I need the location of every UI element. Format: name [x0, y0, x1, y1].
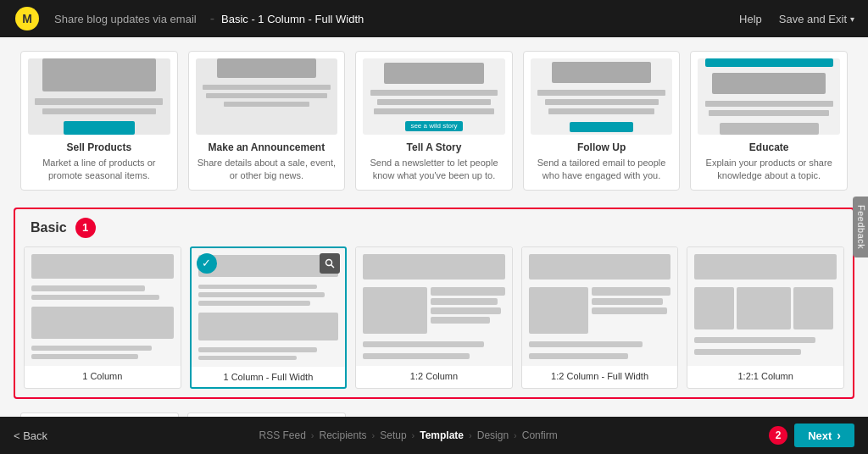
chevron-down-icon: ▾	[850, 14, 854, 24]
educate-title: Educate	[698, 141, 840, 153]
template-1-2-1column[interactable]: 1:2:1 Column	[687, 246, 844, 389]
breadcrumb-confirm[interactable]: Confirm	[522, 429, 558, 441]
educate-desc: Explain your products or share knowledge…	[698, 157, 840, 183]
template-category-educate[interactable]: Educate Explain your products or share k…	[690, 51, 848, 191]
template-1column[interactable]: 1 Column	[24, 246, 181, 389]
next-arrow-icon: ›	[837, 429, 841, 442]
basic-section-label: Basic 1	[24, 218, 844, 238]
navbar-actions: Help Save and Exit ▾	[739, 13, 854, 25]
educate-preview	[698, 58, 840, 135]
1-2column-fullwidth-preview	[522, 247, 678, 366]
template-category-announce[interactable]: Make an Announcement Share details about…	[188, 51, 346, 191]
followup-preview	[531, 58, 673, 135]
svg-text:M: M	[22, 12, 32, 25]
selected-checkmark-icon: ✓	[197, 253, 217, 274]
1column-fullwidth-name: 1 Column - Full Width	[192, 367, 346, 387]
preview-search-icon[interactable]	[320, 253, 340, 274]
template-1-2column-fullwidth[interactable]: 1:2 Column - Full Width	[521, 246, 679, 389]
template-name: Basic - 1 Column - Full Width	[221, 13, 364, 25]
next-btn-wrap: 2 Next ›	[769, 424, 854, 447]
breadcrumb-template[interactable]: Template	[420, 429, 464, 441]
sell-preview	[28, 58, 170, 135]
announce-title: Make an Announcement	[196, 141, 338, 153]
next-button[interactable]: Next ›	[794, 424, 854, 447]
story-title: Tell A Story	[363, 141, 505, 153]
template-category-story[interactable]: see a wild story Tell A Story Send a new…	[355, 51, 513, 191]
breadcrumb-arrow-4: ›	[469, 430, 472, 440]
breadcrumb-arrow-5: ›	[514, 430, 517, 440]
basic-section: Basic 1 1 Column	[14, 208, 854, 399]
campaign-title: Share blog updates via email	[54, 13, 197, 25]
basic-template-grid: 1 Column ✓	[24, 246, 844, 389]
breadcrumb-arrow-3: ›	[412, 430, 415, 440]
story-preview: see a wild story	[363, 58, 505, 135]
1-2column-preview	[356, 247, 512, 366]
breadcrumb-recipients[interactable]: Recipients	[320, 429, 367, 441]
breadcrumb-arrow-1: ›	[311, 430, 314, 440]
breadcrumb-rss[interactable]: RSS Feed	[259, 429, 305, 441]
breadcrumb-setup[interactable]: Setup	[380, 429, 406, 441]
story-desc: Send a newsletter to let people know wha…	[363, 157, 505, 183]
1column-name: 1 Column	[25, 366, 181, 386]
1-2column-name: 1:2 Column	[356, 366, 512, 386]
mailchimp-logo: M	[14, 5, 41, 32]
1column-preview	[25, 247, 181, 366]
svg-line-3	[331, 264, 335, 268]
template-category-followup[interactable]: Follow Up Send a tailored email to peopl…	[523, 51, 681, 191]
next-badge: 2	[769, 426, 787, 445]
navbar-separator: -	[210, 11, 214, 26]
help-link[interactable]: Help	[739, 13, 762, 25]
bottom-bar: < Back RSS Feed › Recipients › Setup › T…	[0, 417, 868, 454]
breadcrumb: RSS Feed › Recipients › Setup › Template…	[259, 429, 557, 441]
main-content: Sell Products Market a line of products …	[0, 37, 868, 417]
breadcrumb-design[interactable]: Design	[477, 429, 509, 441]
sell-desc: Market a line of products or promote sea…	[28, 157, 170, 183]
breadcrumb-arrow-2: ›	[372, 430, 376, 440]
basic-label-text: Basic	[31, 220, 67, 235]
templates-scroll: Sell Products Market a line of products …	[0, 51, 868, 417]
followup-desc: Send a tailored email to people who have…	[531, 157, 673, 183]
svg-point-2	[326, 259, 332, 265]
1-2column-fullwidth-name: 1:2 Column - Full Width	[522, 366, 678, 386]
top-cards-row: Sell Products Market a line of products …	[14, 51, 854, 191]
announce-preview	[196, 58, 338, 135]
template-1column-fullwidth[interactable]: ✓ 1 Column - Full Width	[190, 246, 348, 389]
back-button[interactable]: < Back	[14, 429, 47, 442]
1-2-1column-name: 1:2:1 Column	[687, 366, 843, 386]
sell-title: Sell Products	[28, 141, 170, 153]
save-exit-button[interactable]: Save and Exit ▾	[779, 13, 854, 25]
next-label: Next	[808, 429, 832, 442]
announce-desc: Share details about a sale, event, or ot…	[196, 157, 338, 183]
navbar: M Share blog updates via email - Basic -…	[0, 0, 868, 37]
1-2-1column-preview	[687, 247, 843, 366]
basic-badge: 1	[75, 218, 96, 238]
template-1-2column[interactable]: 1:2 Column	[355, 246, 513, 389]
template-category-sell[interactable]: Sell Products Market a line of products …	[20, 51, 178, 191]
followup-title: Follow Up	[531, 141, 673, 153]
feedback-tab[interactable]: Feedback	[853, 197, 868, 257]
